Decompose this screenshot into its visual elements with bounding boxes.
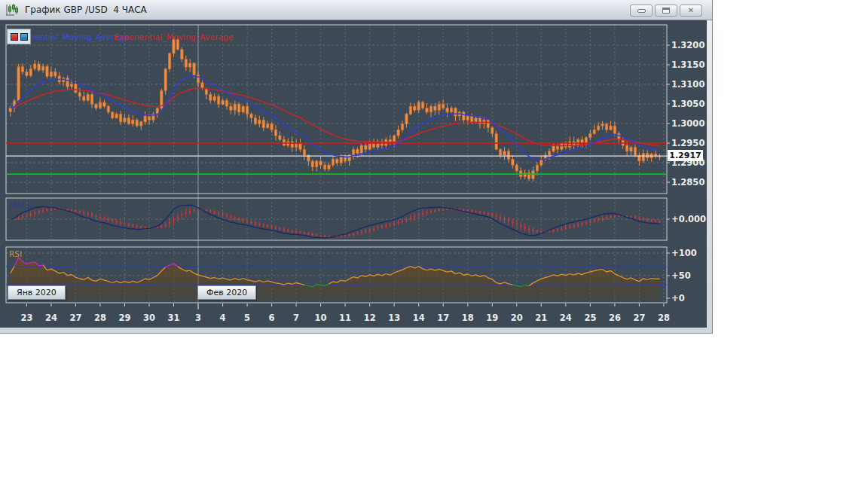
svg-text:10: 10 [315,313,327,323]
svg-text:17: 17 [437,313,449,323]
svg-text:4: 4 [220,313,226,323]
month-label-jan: Янв 2020 [8,285,66,300]
svg-text:1.2850: 1.2850 [671,177,704,188]
svg-text:29: 29 [118,313,130,323]
price-axis-labels: 1.32001.31501.31001.30501.30001.29501.29… [667,40,704,188]
grid [6,25,667,303]
svg-text:6: 6 [269,313,275,323]
window-title: График GBP /USD 4 ЧАСА [25,5,147,15]
svg-text:+100: +100 [671,248,697,258]
rsi-fill [11,258,660,302]
svg-text:1.3150: 1.3150 [671,59,704,70]
red-swatch-button[interactable] [11,33,18,41]
price-levels [6,143,703,174]
macd-axis-label: +0.000 [667,214,706,224]
ema-slow-legend-label: Exponential_Moving_Average [114,32,234,41]
blue-swatch-button[interactable] [20,33,28,41]
x-axis-labels: 2324272829303134567101112131417181920212… [20,303,670,323]
svg-text:27: 27 [69,313,81,323]
svg-text:24: 24 [560,313,572,323]
restore-button[interactable] [655,5,677,17]
price-chart-canvas[interactable]: 1.32001.31501.31001.30501.30001.29501.29… [0,20,707,328]
rsi-axis-labels: +100+50+0 [667,248,697,303]
macd-line [11,205,660,238]
restore-icon [662,8,670,14]
month-label-feb: Фев 2020 [197,285,256,300]
svg-text:18: 18 [462,313,474,323]
svg-text:13: 13 [388,313,400,323]
candlesticks [9,38,661,181]
svg-text:11: 11 [339,313,351,323]
svg-text:7: 7 [293,313,299,323]
svg-text:28: 28 [94,313,106,323]
panel-borders [6,25,667,303]
svg-text:24: 24 [45,313,57,323]
svg-text:14: 14 [413,313,425,323]
minimize-button[interactable] [630,5,653,17]
svg-text:+0: +0 [671,293,685,303]
svg-text:30: 30 [143,313,155,323]
candlestick-chart-icon [5,4,20,17]
svg-text:31: 31 [167,313,179,323]
svg-text:26: 26 [609,313,621,323]
chart-window: График GBP /USD 4 ЧАСА ✕ 1.32001.31501.3… [0,0,713,334]
svg-text:12: 12 [364,313,376,323]
macd-signal [10,208,661,237]
current-price-tag: 1.2917 [668,150,703,161]
titlebar[interactable]: График GBP /USD 4 ЧАСА ✕ [0,0,712,20]
svg-text:1.2950: 1.2950 [671,138,704,148]
svg-text:23: 23 [20,313,32,323]
svg-text:3: 3 [195,313,201,323]
close-button[interactable]: ✕ [680,5,702,17]
svg-text:20: 20 [511,313,523,323]
window-controls: ✕ [630,5,702,17]
svg-text:25: 25 [584,313,596,323]
svg-text:28: 28 [658,313,670,323]
macd-panel-label: MACD [9,200,32,209]
close-icon: ✕ [688,7,694,14]
chart-client-area: 1.32001.31501.31001.30501.30001.29501.29… [0,20,707,328]
svg-text:1.3000: 1.3000 [671,118,704,129]
svg-text:5: 5 [244,313,250,323]
svg-text:19: 19 [486,313,498,323]
svg-text:27: 27 [633,313,645,323]
svg-text:1.3100: 1.3100 [671,79,704,90]
svg-text:1.3050: 1.3050 [671,99,704,109]
ema-slow-line [11,88,660,146]
legend-swatch-box [7,29,31,44]
minimize-icon [637,9,646,13]
svg-text:+50: +50 [671,270,691,281]
svg-text:+0.000: +0.000 [671,214,706,224]
svg-text:21: 21 [535,313,547,323]
svg-text:1.3200: 1.3200 [671,40,704,50]
rsi-panel-label: RSI [9,249,22,258]
